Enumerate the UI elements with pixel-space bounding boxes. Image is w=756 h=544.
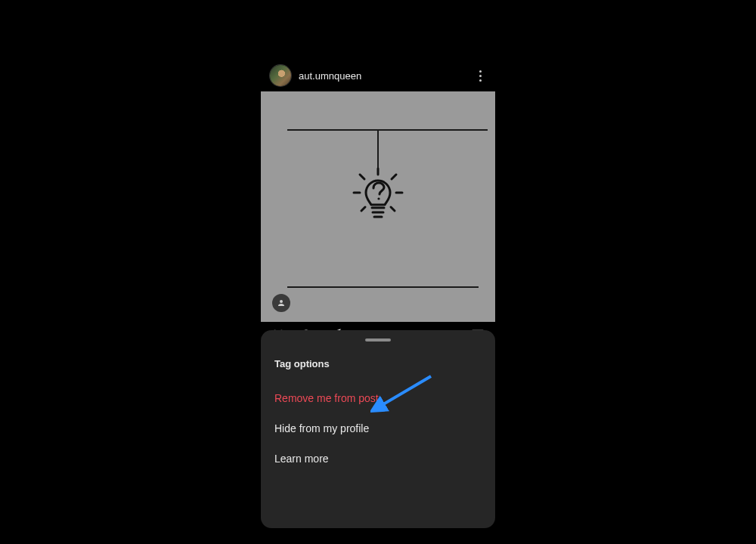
sheet-title: Tag options: [261, 352, 495, 383]
tag-options-sheet: Tag options Remove me from post Hide fro…: [261, 330, 495, 528]
remove-me-from-post-item[interactable]: Remove me from post: [261, 383, 495, 413]
hide-from-profile-item[interactable]: Hide from my profile: [261, 413, 495, 444]
phone-screen: aut.umnqueen: [261, 60, 495, 528]
sheet-drag-handle[interactable]: [365, 338, 391, 342]
learn-more-item[interactable]: Learn more: [261, 444, 495, 474]
